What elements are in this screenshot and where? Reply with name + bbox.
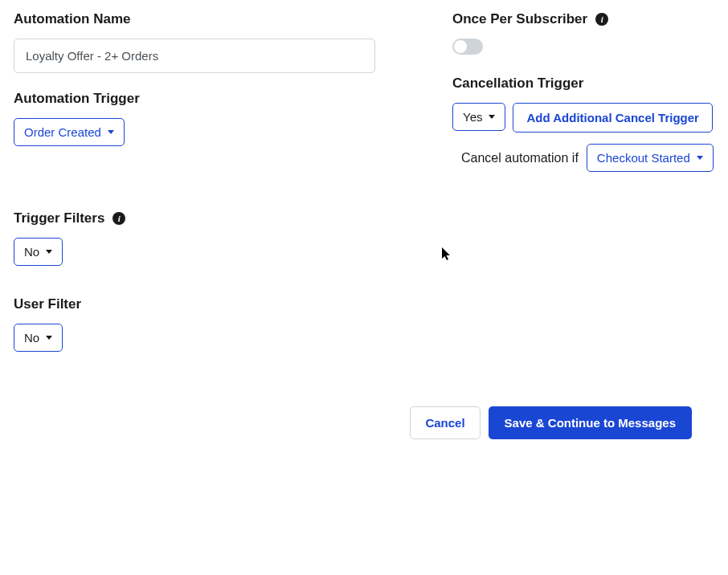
trigger-filters-dropdown[interactable]: No — [14, 238, 63, 266]
cancel-button[interactable]: Cancel — [410, 406, 480, 439]
automation-trigger-value: Order Created — [24, 125, 101, 139]
once-per-subscriber-label: Once Per Subscriber i — [452, 11, 714, 27]
caret-down-icon — [46, 250, 52, 254]
trigger-filters-value: No — [24, 245, 39, 259]
add-additional-cancel-trigger-button[interactable]: Add Additional Cancel Trigger — [513, 103, 712, 133]
caret-down-icon — [108, 130, 114, 134]
cancel-if-dropdown[interactable]: Checkout Started — [587, 144, 714, 172]
once-per-subscriber-group: Once Per Subscriber i — [452, 11, 714, 55]
once-per-subscriber-toggle[interactable] — [452, 39, 483, 55]
user-filter-value: No — [24, 331, 39, 345]
automation-name-group: Automation Name — [14, 11, 375, 73]
once-per-subscriber-label-text: Once Per Subscriber — [452, 11, 587, 27]
trigger-filters-label: Trigger Filters i — [14, 210, 375, 226]
automation-name-input[interactable] — [14, 39, 375, 73]
cancel-if-value: Checkout Started — [597, 151, 690, 165]
cancel-automation-if-text: Cancel automation if — [461, 151, 579, 165]
user-filter-label: User Filter — [14, 296, 375, 312]
caret-down-icon — [46, 336, 52, 340]
caret-down-icon — [697, 156, 703, 160]
caret-down-icon — [489, 115, 495, 119]
trigger-filters-group: Trigger Filters i No — [14, 210, 375, 266]
info-icon[interactable]: i — [112, 212, 125, 225]
cancel-automation-if-row: Cancel automation if Checkout Started — [461, 144, 714, 172]
user-filter-dropdown[interactable]: No — [14, 324, 63, 352]
footer-actions: Cancel Save & Continue to Messages — [410, 406, 692, 439]
cancellation-trigger-group: Cancellation Trigger Yes Add Additional … — [452, 75, 714, 172]
cancellation-yes-dropdown[interactable]: Yes — [452, 103, 505, 131]
info-icon[interactable]: i — [595, 13, 608, 26]
cancellation-trigger-label: Cancellation Trigger — [452, 75, 714, 92]
save-continue-button[interactable]: Save & Continue to Messages — [489, 406, 692, 439]
trigger-filters-label-text: Trigger Filters — [14, 210, 104, 226]
cancellation-yes-value: Yes — [463, 110, 482, 124]
automation-trigger-label: Automation Trigger — [14, 91, 375, 107]
automation-trigger-dropdown[interactable]: Order Created — [14, 118, 125, 146]
user-filter-group: User Filter No — [14, 296, 375, 352]
automation-name-label: Automation Name — [14, 11, 375, 27]
automation-trigger-group: Automation Trigger Order Created — [14, 91, 375, 146]
